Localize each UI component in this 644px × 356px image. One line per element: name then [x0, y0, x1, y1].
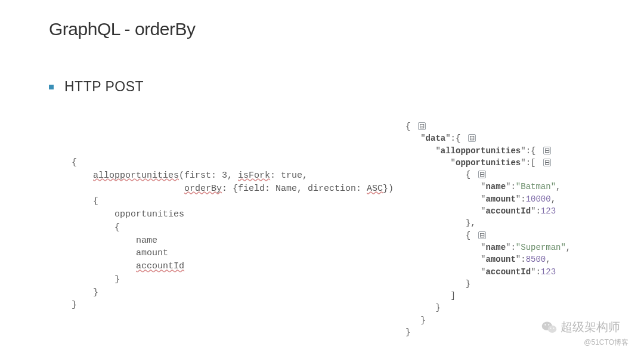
- code-token: ":{: [521, 146, 541, 156]
- svg-point-2: [544, 324, 546, 325]
- code-token: ]: [405, 291, 456, 301]
- bullet-text: HTTP POST: [64, 79, 144, 95]
- json-number: 123: [541, 267, 556, 277]
- json-key: opportunities: [456, 158, 521, 168]
- code-token: ,: [546, 255, 550, 264]
- code-token: orderBy: [184, 184, 222, 194]
- code-token: }: [405, 327, 410, 337]
- code-token: ":[: [521, 158, 541, 168]
- code-token: (first: 3,: [179, 171, 238, 181]
- code-token: ":: [506, 182, 516, 191]
- code-line: name: [72, 236, 157, 246]
- json-key: accountId: [485, 206, 531, 216]
- wechat-icon: [541, 321, 557, 334]
- code-line: }: [72, 274, 120, 284]
- code-token: {: [405, 122, 416, 131]
- code-line: opportunities: [72, 209, 184, 219]
- code-line: [72, 261, 136, 271]
- code-token: {: [405, 231, 476, 240]
- wechat-watermark: 超级架构师: [541, 319, 620, 335]
- json-key: name: [485, 243, 506, 252]
- json-response-code: { ⊟ "data":{ ⊟ "allopportunities":{ ⊟ "o…: [405, 120, 571, 338]
- code-token: accountId: [136, 261, 184, 271]
- graphql-query-code: { allopportunities(first: 3, isFork: tru…: [72, 156, 394, 312]
- code-token: ": [405, 134, 426, 143]
- json-number: 123: [541, 206, 556, 216]
- code-token: allopportunities: [93, 171, 179, 181]
- code-line: {: [72, 157, 77, 168]
- code-token: isFork: [238, 171, 270, 181]
- collapse-icon[interactable]: ⊟: [543, 147, 551, 154]
- code-line: [72, 184, 184, 194]
- code-token: }: [405, 315, 426, 325]
- collapse-icon[interactable]: ⊟: [468, 134, 476, 142]
- code-token: : {field: Name, direction:: [222, 184, 367, 194]
- wechat-watermark-text: 超级架构师: [561, 319, 620, 335]
- code-token: ,: [566, 243, 571, 252]
- slide-title: GraphQL - orderBy: [49, 19, 196, 39]
- code-token: }: [405, 279, 470, 289]
- bullet-square-icon: [49, 85, 54, 89]
- code-line: {: [72, 196, 98, 206]
- code-token: ": [405, 194, 485, 204]
- json-key: amount: [485, 255, 515, 264]
- code-token: : true,: [270, 171, 308, 181]
- json-key: amount: [485, 194, 515, 204]
- json-string: "Batman": [516, 182, 556, 191]
- code-token: ":: [531, 206, 541, 216]
- code-token: }): [383, 184, 394, 194]
- svg-point-1: [548, 325, 556, 332]
- json-key: name: [485, 182, 506, 191]
- code-token: ": [405, 243, 485, 252]
- code-token: ": [405, 182, 485, 191]
- code-token: ,: [551, 194, 556, 204]
- code-token: ": [405, 267, 485, 277]
- code-token: ": [405, 158, 456, 168]
- code-token: ":: [516, 255, 526, 264]
- code-line: }: [72, 287, 98, 298]
- svg-point-4: [550, 327, 552, 329]
- code-line: {: [72, 222, 120, 233]
- bullet-item: HTTP POST: [49, 79, 144, 95]
- collapse-icon[interactable]: ⊟: [418, 122, 426, 130]
- code-token: ": [405, 255, 485, 264]
- collapse-icon[interactable]: ⊟: [543, 159, 551, 166]
- json-key: accountId: [485, 267, 531, 277]
- code-token: ,: [556, 182, 561, 191]
- code-token: {: [405, 170, 476, 179]
- code-token: ":: [516, 194, 526, 204]
- code-token: ": [405, 206, 485, 216]
- code-token: ASC: [367, 184, 383, 194]
- code-line: [72, 171, 93, 181]
- svg-point-3: [548, 324, 549, 325]
- code-line: amount: [72, 248, 168, 258]
- code-token: }: [405, 303, 441, 312]
- collapse-icon[interactable]: ⊟: [478, 171, 486, 178]
- collapse-icon[interactable]: ⊟: [478, 231, 486, 239]
- svg-point-5: [553, 327, 555, 329]
- blog-watermark: @51CTO博客: [584, 338, 628, 348]
- json-string: "Superman": [516, 243, 566, 252]
- json-key: allopportunities: [441, 146, 521, 156]
- code-token: ":: [506, 243, 516, 252]
- json-number: 10000: [526, 194, 551, 204]
- json-number: 8500: [526, 255, 546, 264]
- json-key: data: [426, 134, 446, 143]
- code-token: ": [405, 146, 441, 156]
- code-line: }: [72, 300, 77, 310]
- code-token: ":: [531, 267, 541, 277]
- code-token: },: [405, 218, 476, 228]
- code-token: ":{: [445, 134, 466, 143]
